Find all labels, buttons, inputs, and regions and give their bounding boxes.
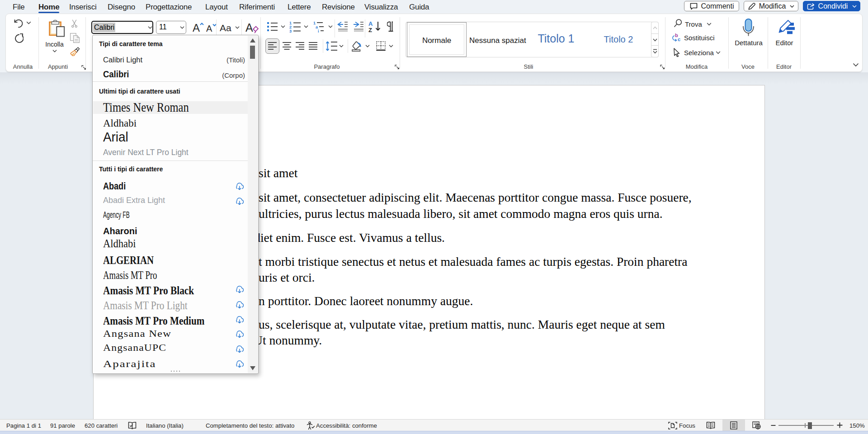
svg-text:A: A: [245, 22, 253, 34]
svg-text:3: 3: [289, 29, 292, 33]
svg-text:A: A: [193, 22, 200, 33]
svg-text:a: a: [226, 24, 231, 33]
svg-text:A: A: [368, 21, 373, 27]
svg-text:i: i: [318, 29, 319, 33]
svg-text:A: A: [220, 24, 226, 33]
svg-text:c: c: [678, 37, 680, 42]
svg-text:A: A: [206, 24, 212, 33]
svg-text:Z: Z: [368, 27, 372, 33]
